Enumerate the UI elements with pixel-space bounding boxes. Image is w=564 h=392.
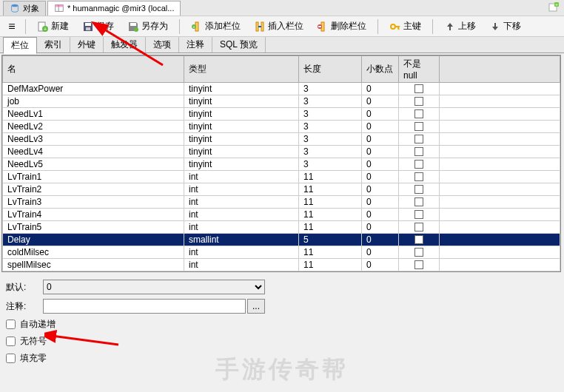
table-row[interactable]: NeedLv2tinyint30 [3, 121, 560, 133]
table-row[interactable]: NeedLv5tinyint30 [3, 158, 560, 171]
checkbox-icon[interactable] [414, 185, 423, 194]
cell-notnull[interactable] [399, 259, 440, 271]
comment-input[interactable] [43, 299, 246, 314]
header-notnull[interactable]: 不是 null [399, 56, 440, 83]
saveas-button[interactable]: 另存为 [122, 18, 173, 35]
cell-notnull[interactable] [399, 83, 440, 95]
new-tab-icon[interactable]: + [548, 1, 560, 16]
cell-notnull[interactable] [399, 209, 440, 221]
auto-increment-checkbox[interactable] [6, 320, 16, 329]
tab-object[interactable]: 对象 [3, 1, 46, 16]
cell-dec[interactable]: 0 [362, 209, 399, 221]
save-button[interactable]: 保存 [77, 18, 119, 35]
new-button[interactable]: + 新建 [32, 18, 74, 35]
cell-name[interactable]: Delay [3, 234, 184, 246]
cell-notnull[interactable] [399, 133, 440, 146]
cell-name[interactable]: LvTrain3 [3, 196, 184, 209]
table-row[interactable]: spellMilsecint110 [3, 259, 560, 271]
checkbox-icon[interactable] [414, 235, 423, 244]
cell-name[interactable]: LvTrain1 [3, 171, 184, 183]
cell-notnull[interactable] [399, 221, 440, 234]
cell-type[interactable]: tinyint [184, 121, 299, 133]
checkbox-icon[interactable] [414, 84, 423, 93]
delete-column-button[interactable]: 删除栏位 [312, 18, 372, 35]
cell-name[interactable]: job [3, 95, 184, 108]
cell-name[interactable]: NeedLv4 [3, 146, 184, 158]
cell-type[interactable]: int [184, 183, 299, 196]
cell-name[interactable]: LvTrain4 [3, 209, 184, 221]
cell-len[interactable]: 3 [299, 95, 362, 108]
cell-dec[interactable]: 0 [362, 246, 399, 259]
table-row[interactable]: LvTrain5int110 [3, 221, 560, 234]
checkbox-icon[interactable] [414, 147, 423, 156]
checkbox-icon[interactable] [414, 172, 423, 181]
cell-notnull[interactable] [399, 171, 440, 183]
cell-notnull[interactable] [399, 108, 440, 121]
cell-name[interactable]: NeedLv1 [3, 108, 184, 121]
checkbox-icon[interactable] [414, 160, 423, 169]
checkbox-icon[interactable] [414, 122, 423, 131]
move-up-button[interactable]: 上移 [439, 18, 481, 35]
cell-type[interactable]: int [184, 171, 299, 183]
cell-type[interactable]: smallint [184, 234, 299, 246]
cell-type[interactable]: tinyint [184, 158, 299, 171]
cell-name[interactable]: NeedLv5 [3, 158, 184, 171]
cell-dec[interactable]: 0 [362, 171, 399, 183]
cell-type[interactable]: int [184, 221, 299, 234]
cell-dec[interactable]: 0 [362, 183, 399, 196]
cell-len[interactable]: 3 [299, 121, 362, 133]
cell-dec[interactable]: 0 [362, 158, 399, 171]
header-name[interactable]: 名 [3, 56, 184, 83]
cell-len[interactable]: 11 [299, 221, 362, 234]
cell-len[interactable]: 11 [299, 183, 362, 196]
cell-name[interactable]: DefMaxPower [3, 83, 184, 95]
table-row[interactable]: jobtinyint30 [3, 95, 560, 108]
cell-name[interactable]: LvTrain2 [3, 183, 184, 196]
sub-tab-0[interactable]: 栏位 [3, 37, 37, 54]
table-row[interactable]: NeedLv4tinyint30 [3, 146, 560, 158]
cell-notnull[interactable] [399, 121, 440, 133]
cell-type[interactable]: tinyint [184, 108, 299, 121]
table-row[interactable]: DefMaxPowertinyint30 [3, 83, 560, 95]
cell-dec[interactable]: 0 [362, 221, 399, 234]
cell-dec[interactable]: 0 [362, 83, 399, 95]
cell-name[interactable]: spellMilsec [3, 259, 184, 271]
table-row[interactable]: NeedLv3tinyint30 [3, 133, 560, 146]
cell-type[interactable]: int [184, 259, 299, 271]
sub-tab-4[interactable]: 选项 [146, 37, 179, 53]
cell-notnull[interactable] [399, 146, 440, 158]
sub-tab-3[interactable]: 触发器 [104, 37, 146, 53]
table-row[interactable]: Delaysmallint50 [3, 234, 560, 246]
comment-more-button[interactable]: ... [247, 299, 265, 314]
cell-dec[interactable]: 0 [362, 196, 399, 209]
header-length[interactable]: 长度 [299, 56, 362, 83]
cell-dec[interactable]: 0 [362, 108, 399, 121]
cell-type[interactable]: int [184, 196, 299, 209]
cell-len[interactable]: 3 [299, 83, 362, 95]
checkbox-icon[interactable] [414, 97, 423, 106]
cell-dec[interactable]: 0 [362, 234, 399, 246]
cell-notnull[interactable] [399, 246, 440, 259]
sub-tab-2[interactable]: 外键 [70, 37, 104, 53]
menu-icon[interactable]: ≡ [4, 20, 19, 33]
cell-type[interactable]: int [184, 209, 299, 221]
checkbox-icon[interactable] [414, 223, 423, 232]
tab-file[interactable]: * humanmagic @mir3 (local... [47, 1, 181, 16]
sub-tab-1[interactable]: 索引 [37, 37, 70, 53]
table-row[interactable]: LvTrain3int110 [3, 196, 560, 209]
checkbox-icon[interactable] [414, 248, 423, 257]
cell-notnull[interactable] [399, 234, 440, 246]
table-row[interactable]: LvTrain2int110 [3, 183, 560, 196]
cell-len[interactable]: 5 [299, 234, 362, 246]
primary-key-button[interactable]: 主键 [384, 18, 426, 35]
checkbox-icon[interactable] [414, 260, 423, 269]
table-row[interactable]: NeedLv1tinyint30 [3, 108, 560, 121]
cell-dec[interactable]: 0 [362, 121, 399, 133]
cell-len[interactable]: 3 [299, 158, 362, 171]
header-type[interactable]: 类型 [184, 56, 299, 83]
cell-notnull[interactable] [399, 183, 440, 196]
cell-notnull[interactable] [399, 158, 440, 171]
cell-len[interactable]: 11 [299, 196, 362, 209]
cell-dec[interactable]: 0 [362, 259, 399, 271]
cell-type[interactable]: int [184, 246, 299, 259]
